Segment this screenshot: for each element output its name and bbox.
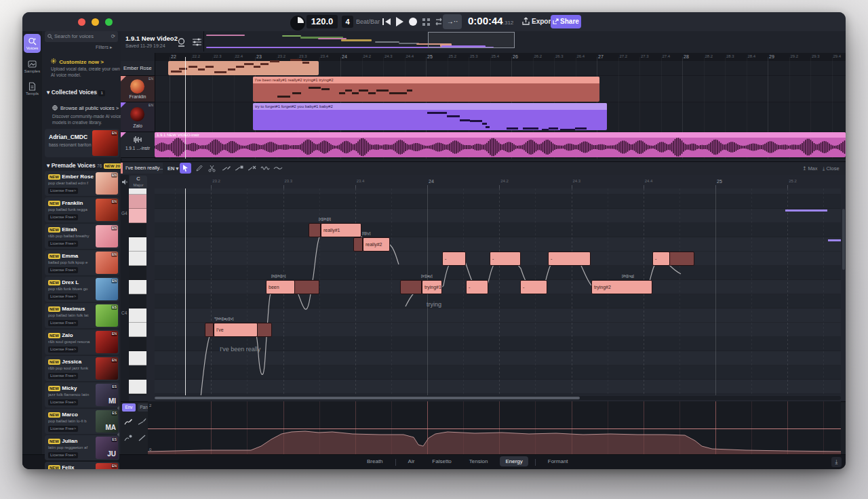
piano-key-d4[interactable] — [129, 280, 146, 294]
lyric-chip[interactable]: I've been really.... — [121, 163, 163, 174]
midi-note[interactable]: - — [466, 280, 488, 294]
voice-card-felix[interactable]: NEW FelixLicense Free>EN — [45, 462, 119, 469]
piano-key-g4[interactable] — [129, 209, 146, 223]
voice-search-input[interactable]: Search for voices ⟳ — [45, 31, 118, 42]
metronome-icon[interactable] — [290, 16, 305, 31]
midi-note[interactable]: really#2 — [363, 237, 390, 252]
scissors-tool-button[interactable] — [206, 163, 217, 174]
energy-envelope[interactable] — [148, 401, 841, 454]
playhead[interactable] — [185, 188, 186, 395]
vibrato-tool-button[interactable] — [260, 163, 271, 174]
track-header-zalo[interactable]: ENZalo — [121, 102, 155, 132]
share-button[interactable]: Share — [551, 15, 581, 28]
zoom-window-button[interactable] — [105, 18, 113, 26]
tempo-display[interactable]: 120.0 — [307, 15, 338, 28]
midi-note[interactable]: - — [520, 280, 547, 294]
mixer-icon[interactable] — [192, 37, 202, 47]
env-tab[interactable]: Env — [122, 403, 136, 412]
minimize-window-button[interactable] — [92, 18, 99, 26]
ruler-label[interactable]: 25.2 — [789, 179, 797, 183]
minimap-viewport[interactable] — [428, 32, 515, 48]
track-avatar[interactable] — [130, 107, 144, 121]
voice-card-franklin[interactable]: NEW Franklinpop ballad funk reggaLicense… — [45, 197, 119, 222]
pencil-tool-button[interactable] — [194, 163, 205, 174]
collected-voices-header[interactable]: ▾ Collected Voices 1 — [47, 89, 105, 96]
midi-note[interactable]: been — [266, 280, 295, 294]
export-icon[interactable] — [522, 17, 530, 26]
lyric-language-selector[interactable]: EN ▾ — [167, 165, 178, 172]
piano-key-c4[interactable] — [129, 308, 146, 323]
piano-key-fs3[interactable] — [129, 394, 146, 395]
midi-note[interactable]: trying#2 — [591, 280, 652, 294]
track-header-franklin[interactable]: ENFranklin — [121, 76, 155, 102]
piano-key-e4[interactable] — [129, 252, 146, 266]
pitch-anchor-tool-button[interactable] — [234, 163, 245, 174]
piano-key-g3[interactable] — [129, 380, 146, 394]
voice-card-jessica[interactable]: NEW Jessicar&b pop soul jazz funkLicense… — [45, 356, 119, 381]
midi-note[interactable]: I've — [214, 323, 258, 337]
piano-roll-hscrollbar[interactable] — [155, 396, 841, 400]
voice-card-marco[interactable]: NEW Marcopop ballad latin lo-fi bLicense… — [45, 409, 119, 434]
piano-key-a3[interactable] — [129, 351, 146, 365]
voice-card-julian[interactable]: NEW Julianlatin pop reggaeton afLicense … — [45, 435, 119, 460]
param-line-tool[interactable] — [136, 416, 147, 427]
gain-icon[interactable] — [177, 37, 186, 47]
song-minimap[interactable] — [203, 31, 516, 52]
midi-note[interactable]: trying#1 — [422, 280, 442, 294]
voice-card-elirah[interactable]: NEW Elirahr&b pop ballad breathyLicense … — [45, 224, 119, 249]
key-scale-selector[interactable]: C Major — [130, 176, 147, 189]
piano-roll-grid[interactable]: I've*[hh][ay][v]been[b][ih][n]really#1[r… — [155, 188, 841, 395]
ruler-label[interactable]: 24 — [429, 179, 434, 184]
piano-roll-vscrollbar[interactable] — [842, 209, 845, 270]
customize-now-link[interactable]: Customize now > — [51, 58, 104, 65]
skip-to-start-button[interactable] — [382, 18, 391, 26]
clip-ember-rose[interactable] — [168, 61, 319, 75]
smooth-tool-button[interactable] — [273, 163, 283, 174]
ruler-label[interactable]: 23.2 — [212, 179, 220, 183]
collapse-panel-icon[interactable]: ⤓ — [831, 457, 842, 467]
play-button[interactable] — [396, 17, 403, 26]
param-tab-air[interactable]: Air — [403, 456, 420, 466]
midi-note[interactable]: really#1 — [321, 223, 361, 237]
piano-key-ds4[interactable] — [129, 266, 146, 280]
record-button[interactable] — [409, 18, 417, 26]
rail-tab-templates[interactable]: Templs — [24, 79, 41, 98]
voice-card-micky[interactable]: NEW Mickyjazz folk flamenco latinLicense… — [45, 382, 119, 407]
pitch-erase-tool-button[interactable] — [247, 163, 258, 174]
ruler-label[interactable]: 24.2 — [500, 179, 509, 183]
clip-instrumental[interactable]: 1.9.1 NEW VIDEO-instr — [155, 132, 846, 157]
premade-voices-header[interactable]: ▾ Premade Voices 76 NEW 20 — [47, 162, 121, 169]
ruler-label[interactable]: 24.4 — [645, 179, 653, 183]
voice-card-drex-l[interactable]: NEW Drex Lpop r&b funk blues goLicense F… — [45, 277, 119, 302]
beats-per-bar[interactable]: 4 — [342, 16, 353, 28]
clip-zalo[interactable]: try to forget#1 forget#2 you baby#1 baby… — [253, 103, 607, 130]
refresh-icon[interactable]: ⟳ — [111, 31, 115, 42]
hscrollbar-thumb[interactable] — [155, 397, 580, 399]
param-draw-tool[interactable] — [123, 416, 134, 427]
midi-note[interactable]: - — [442, 252, 466, 266]
voice-card-zalo[interactable]: NEW Zalor&b soul gospel resonaLicense Fr… — [45, 330, 119, 355]
close-window-button[interactable] — [78, 18, 85, 26]
piano-keyboard[interactable] — [129, 188, 146, 395]
track-avatar[interactable] — [130, 79, 144, 94]
maximize-editor-button[interactable]: ↥ Max — [802, 165, 818, 172]
param-tab-energy[interactable]: Energy — [500, 456, 528, 466]
param-tab-tension[interactable]: Tension — [464, 456, 494, 466]
midi-note[interactable]: - — [652, 252, 670, 266]
piano-key-f4[interactable] — [129, 237, 146, 252]
step-sequencer-icon[interactable] — [422, 18, 425, 21]
pointer-tool-button[interactable] — [180, 163, 191, 174]
time-display[interactable]: 0:00:44.312 — [468, 15, 513, 26]
piano-roll-ruler[interactable]: 23.223.323.42424.224.324.42525.2 — [155, 175, 841, 189]
speaker-icon[interactable] — [122, 179, 128, 185]
midi-note[interactable]: - — [490, 252, 521, 266]
track-header-ember-rose[interactable]: Ember Rose — [121, 61, 155, 76]
energy-graph[interactable] — [148, 401, 841, 454]
track-header-instrumental[interactable]: 1.9.1 ...-instr — [121, 132, 155, 158]
playhead[interactable] — [185, 57, 186, 159]
ruler-label[interactable]: 25 — [717, 179, 722, 184]
midi-note[interactable]: - — [548, 252, 591, 266]
browse-public-voices-link[interactable]: Browse all public voices > — [52, 105, 119, 111]
pitch-draw-tool-button[interactable] — [221, 163, 232, 174]
close-editor-button[interactable]: ⤓ Close — [823, 165, 840, 172]
